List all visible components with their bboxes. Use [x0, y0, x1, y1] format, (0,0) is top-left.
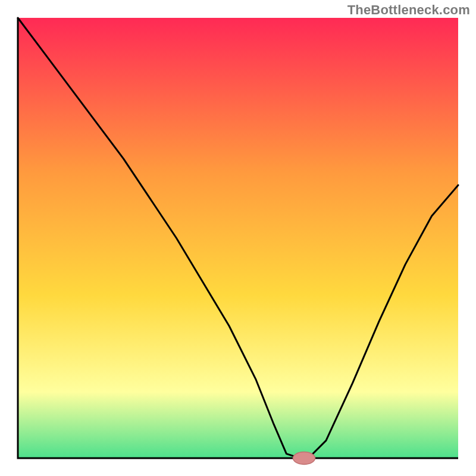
chart-svg: [0, 0, 476, 476]
optimal-marker: [293, 452, 315, 465]
plot-area: [18, 18, 458, 458]
watermark-text: TheBottleneck.com: [347, 2, 470, 18]
